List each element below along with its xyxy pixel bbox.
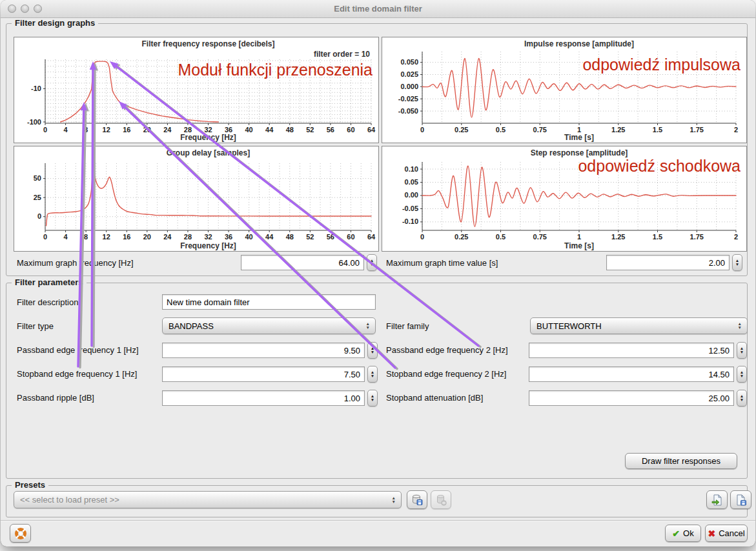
ripple-label: Passband ripple [dB] xyxy=(17,393,94,403)
svg-text:12: 12 xyxy=(103,126,110,134)
svg-text:20: 20 xyxy=(143,233,151,241)
svg-text:0.050: 0.050 xyxy=(400,58,418,66)
load-preset-file-button[interactable] xyxy=(706,490,728,509)
filter-family-select[interactable]: BUTTERWORTH ▲▼ xyxy=(530,317,748,334)
ripple-spinner[interactable]: ▲▼ xyxy=(367,390,378,406)
step-chart-annotation: odpowiedź schodkowa xyxy=(578,157,741,175)
step-response-chart: odpowiedź schodkowa 00.250.50.7511.251.5… xyxy=(382,146,747,252)
stopband1-input[interactable] xyxy=(162,366,365,382)
draw-filter-responses-button[interactable]: Draw filter responses xyxy=(625,453,737,469)
svg-text:-100: -100 xyxy=(27,118,41,126)
max-frequency-label: Maximum graph frequency [Hz] xyxy=(17,258,134,268)
spinner-down-icon: ▼ xyxy=(370,263,374,267)
cancel-button[interactable]: ✖ Cancel xyxy=(705,525,748,542)
svg-text:0: 0 xyxy=(43,126,47,134)
svg-text:52: 52 xyxy=(306,233,314,241)
svg-text:1.75: 1.75 xyxy=(690,126,704,134)
select-arrows-icon: ▲▼ xyxy=(366,322,370,330)
passband1-label: Passband edge frequency 1 [Hz] xyxy=(17,345,139,355)
preset-select[interactable]: << select to load preset >> ▲▼ xyxy=(14,491,402,508)
svg-text:44: 44 xyxy=(265,126,274,134)
filter-family-label: Filter family xyxy=(386,321,429,331)
svg-text:1.5: 1.5 xyxy=(653,126,662,134)
minimize-button[interactable] xyxy=(21,5,29,13)
spinner-down-icon: ▼ xyxy=(740,350,744,355)
svg-text:-0.10: -0.10 xyxy=(402,217,418,225)
spinner-down-icon: ▼ xyxy=(371,374,374,379)
load-preset-file-icon xyxy=(711,494,724,506)
zoom-button[interactable] xyxy=(34,5,42,13)
max-time-label: Maximum graph time value [s] xyxy=(386,258,498,268)
max-frequency-input[interactable] xyxy=(241,255,364,270)
max-time-input[interactable] xyxy=(606,255,730,270)
filter-order-note: filter order = 10 xyxy=(314,50,370,59)
spinner-down-icon: ▼ xyxy=(740,398,744,403)
svg-text:0.025: 0.025 xyxy=(400,70,418,78)
spinner-down-icon: ▼ xyxy=(740,374,744,379)
svg-text:52: 52 xyxy=(306,126,314,134)
stopband1-spinner[interactable]: ▲▼ xyxy=(367,366,378,383)
svg-text:Impulse response [amplitude]: Impulse response [amplitude] xyxy=(524,39,634,48)
save-preset-file-button[interactable] xyxy=(730,490,751,509)
svg-text:48: 48 xyxy=(286,126,294,134)
max-frequency-spinner[interactable]: ▲▼ xyxy=(367,254,377,271)
passband2-label: Passband edge frequency 2 [Hz] xyxy=(386,345,508,355)
filter-type-label: Filter type xyxy=(17,321,54,331)
filter-type-select[interactable]: BANDPASS ▲▼ xyxy=(162,317,376,334)
svg-text:4: 4 xyxy=(64,126,68,134)
svg-text:32: 32 xyxy=(204,233,212,241)
filter-description-input[interactable] xyxy=(162,294,376,310)
stopband2-spinner[interactable]: ▲▼ xyxy=(737,366,747,383)
filter-description-label: Filter description xyxy=(17,297,78,307)
presets-legend: Presets xyxy=(12,480,48,490)
ok-button[interactable]: ✔ Ok xyxy=(665,525,701,542)
save-preset-button[interactable] xyxy=(407,490,427,509)
svg-text:0.10: 0.10 xyxy=(405,165,418,173)
max-time-spinner[interactable]: ▲▼ xyxy=(732,254,742,271)
attenuation-spinner[interactable]: ▲▼ xyxy=(737,390,747,406)
svg-text:8: 8 xyxy=(84,233,88,241)
passband1-input[interactable] xyxy=(162,343,365,358)
svg-text:12: 12 xyxy=(103,233,110,241)
help-button[interactable] xyxy=(10,524,31,543)
draw-filter-responses-label: Draw filter responses xyxy=(642,456,720,466)
svg-text:0.000: 0.000 xyxy=(400,83,418,90)
cancel-x-icon: ✖ xyxy=(708,528,715,539)
impulse-chart-annotation: odpowiedź impulsowa xyxy=(582,55,741,74)
ripple-input[interactable] xyxy=(162,390,365,406)
passband2-spinner[interactable]: ▲▼ xyxy=(737,342,747,359)
svg-text:0.00: 0.00 xyxy=(405,191,418,199)
close-button[interactable] xyxy=(8,5,16,13)
svg-text:0.25: 0.25 xyxy=(455,233,468,241)
save-preset-file-icon xyxy=(735,494,748,506)
svg-text:-0.05: -0.05 xyxy=(402,205,418,212)
svg-text:Frequency [Hz]: Frequency [Hz] xyxy=(180,241,236,250)
select-arrows-icon: ▲▼ xyxy=(738,322,742,330)
attenuation-input[interactable] xyxy=(529,390,734,406)
svg-text:24: 24 xyxy=(163,126,172,134)
stopband2-input[interactable] xyxy=(529,366,734,382)
svg-text:0.75: 0.75 xyxy=(533,126,547,134)
filter-parameters-legend: Filter parameters xyxy=(12,277,87,287)
svg-text:0.5: 0.5 xyxy=(496,233,506,241)
svg-text:50: 50 xyxy=(34,174,41,182)
svg-text:Step response [amplitude]: Step response [amplitude] xyxy=(531,148,628,157)
svg-text:1: 1 xyxy=(577,233,581,241)
help-lifebuoy-icon xyxy=(14,527,27,540)
svg-text:16: 16 xyxy=(123,233,130,241)
svg-text:1.75: 1.75 xyxy=(690,233,704,241)
svg-text:60: 60 xyxy=(347,233,354,241)
save-preset-icon xyxy=(411,494,424,506)
svg-text:0.5: 0.5 xyxy=(496,126,506,134)
passband2-input[interactable] xyxy=(529,343,734,358)
remove-preset-button[interactable] xyxy=(431,490,451,509)
svg-text:Time [s]: Time [s] xyxy=(564,241,594,250)
svg-text:Frequency [Hz]: Frequency [Hz] xyxy=(180,133,236,142)
passband1-spinner[interactable]: ▲▼ xyxy=(367,342,378,359)
svg-text:40: 40 xyxy=(245,126,253,134)
svg-text:4: 4 xyxy=(64,233,68,241)
svg-text:44: 44 xyxy=(265,233,274,241)
svg-text:40: 40 xyxy=(245,233,253,241)
svg-text:1.5: 1.5 xyxy=(653,233,662,241)
svg-text:-10: -10 xyxy=(31,85,41,92)
